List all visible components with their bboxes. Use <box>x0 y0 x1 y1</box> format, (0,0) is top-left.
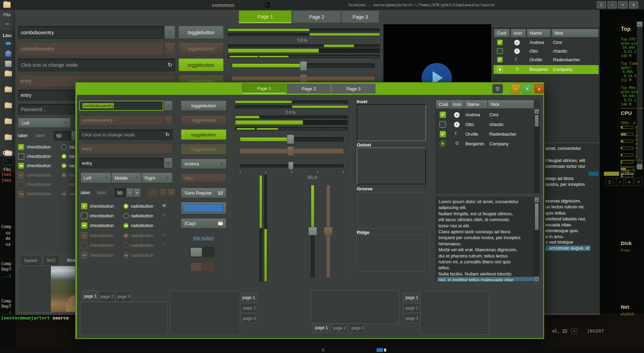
refresh-icon[interactable]: ↻ <box>168 62 172 68</box>
checkbutton-label[interactable]: checkbutton <box>90 223 114 228</box>
color-button[interactable] <box>181 202 226 214</box>
bg-togglebutton[interactable]: togglebutton <box>179 26 224 39</box>
notebook2-tab-page2[interactable]: page 2 <box>241 304 257 313</box>
textview-scrollbar-down[interactable]: ▼ <box>534 277 539 282</box>
folder-icon[interactable] <box>4 119 12 124</box>
notebook2-tab-page3[interactable]: page 3 <box>241 314 257 323</box>
spin-minus-button[interactable]: − <box>126 188 133 197</box>
panel-layout-button[interactable]: ⣿ <box>597 1 606 8</box>
tab-page2[interactable]: Page 2 <box>287 84 331 93</box>
tree-radio[interactable] <box>439 141 446 147</box>
textview-scrollbar-up[interactable]: ▲ <box>534 197 539 202</box>
close-button-2[interactable]: × <box>635 178 643 186</box>
bg-tree-cell[interactable]: Redenbacher <box>553 57 580 62</box>
textview[interactable]: Lorem ipsum dolor sit amet, consectetur … <box>436 197 539 282</box>
refresh-icon[interactable]: ↻ <box>165 132 170 138</box>
terminal-taskbar-icon[interactable]: ›_ <box>264 1 271 8</box>
terminal-prompt[interactable]: [nestor@manjartort source <box>1 315 76 321</box>
notebook1-tab-page2[interactable]: page 2 <box>99 291 115 302</box>
tree-check[interactable] <box>439 121 446 128</box>
tree-col-cool[interactable]: Cool <box>436 100 450 109</box>
bg-checkbutton-unchecked[interactable] <box>18 153 24 160</box>
checkbutton-label[interactable]: checkbutton <box>90 213 114 218</box>
taskbar-item-active[interactable] <box>377 348 383 352</box>
radiobutton-label[interactable]: radiobutton <box>131 213 153 218</box>
notebook3-tab-page1[interactable]: page 1 <box>312 323 330 333</box>
combo-middle[interactable]: Middle▼ <box>111 173 141 183</box>
spinbutton-value[interactable]: 50 <box>115 188 126 197</box>
combo-left[interactable]: Left▼ <box>81 173 111 183</box>
togglebutton[interactable]: togglebutton <box>181 101 226 111</box>
entry[interactable]: entry <box>79 158 163 168</box>
bg-tab-page3[interactable]: Page 3 <box>342 11 379 23</box>
bg-scale-handle[interactable] <box>300 61 307 71</box>
checkbutton-checked[interactable]: ✓ <box>81 203 88 209</box>
bg-tree-check[interactable] <box>497 48 503 54</box>
bg-tab-page2[interactable]: Page 2 <box>292 11 341 23</box>
bg-tree-cell[interactable]: Company <box>553 67 572 72</box>
bg-checkbutton-mixed[interactable] <box>18 163 24 169</box>
spin-plus-button[interactable]: + <box>134 188 140 197</box>
switch-handle[interactable] <box>190 247 202 257</box>
bg-combo-left[interactable]: Left▼ <box>18 118 71 128</box>
layout-grid-button[interactable]: ⣿ <box>606 178 614 186</box>
maximize-button-2[interactable]: + <box>625 178 633 186</box>
bg-radiobutton-selected[interactable] <box>61 154 67 159</box>
folder-icon[interactable] <box>4 87 12 92</box>
font-button[interactable]: Sans Regular12 <box>181 188 226 198</box>
entry-clear-button[interactable]: × <box>164 158 172 168</box>
tree-scrollbar-up[interactable]: ▲ <box>534 109 539 114</box>
back-button[interactable]: ← <box>3 19 12 27</box>
window-menu-button[interactable]: ☰ <box>492 84 503 93</box>
tree-cell-nick[interactable]: Company <box>489 141 509 146</box>
folder-icon[interactable] <box>4 103 12 108</box>
close-button[interactable]: x <box>534 84 544 93</box>
home-icon[interactable] <box>4 50 12 57</box>
bg-togglebutton-active[interactable]: togglebutton <box>179 58 224 71</box>
tree-cell-nick[interactable]: Redenbacher <box>489 132 516 137</box>
bg-radiobutton[interactable] <box>61 144 67 150</box>
switch-off[interactable] <box>190 247 215 257</box>
bg-comboboxentry[interactable]: comboboxentry <box>18 26 164 39</box>
bg-tree-cell[interactable]: chaotic <box>553 48 567 54</box>
tree-cell-name[interactable]: Benjamin <box>465 141 484 146</box>
computer-icon[interactable] <box>4 40 12 47</box>
panel-maximize-button[interactable]: + <box>618 1 627 8</box>
right-scrollbar-trough[interactable] <box>637 27 643 164</box>
notebook2-tab-page1[interactable]: page 1 <box>240 293 257 302</box>
folder-icon[interactable] <box>4 71 12 76</box>
bg-tree-check[interactable]: ✓ <box>497 57 503 63</box>
tree-cell-nick[interactable]: chaotic <box>489 122 504 127</box>
tree-col-nick[interactable]: Nick <box>488 100 534 109</box>
comboboxentry-dropdown[interactable]: ▼ <box>164 101 172 111</box>
panel-close-button[interactable]: X <box>629 1 638 8</box>
bg-tree-cell[interactable]: Orville <box>529 57 542 62</box>
mode-entry[interactable]: Click icon to change mode↻ <box>79 129 172 140</box>
bg-radiobutton-mixed[interactable] <box>61 163 67 169</box>
notebook1-tab-page3[interactable]: page 3 <box>116 291 132 302</box>
trash-icon[interactable] <box>5 61 12 67</box>
right-scrollbar-up[interactable]: ▲ <box>637 21 643 27</box>
bg-tree-col-name[interactable]: Name <box>527 29 551 37</box>
tab-page3[interactable]: Page 3 <box>332 84 375 93</box>
notebook1-tab-page1[interactable]: page 1 <box>82 290 98 302</box>
bg-checkbutton-label[interactable]: checkbutton <box>27 144 51 150</box>
tab-nyc[interactable]: NYC <box>43 255 60 266</box>
comboboxentry[interactable]: comboboxentry <box>79 101 163 111</box>
tree-col-name[interactable]: Name <box>464 100 488 109</box>
bg-tree-cell[interactable]: Cimi <box>553 40 562 45</box>
radiobutton[interactable] <box>123 213 129 219</box>
bg-tree-col-nick[interactable]: Nick <box>552 29 599 37</box>
scale-handle[interactable] <box>287 135 294 144</box>
combo-right[interactable]: Right▼ <box>142 173 172 183</box>
file-chooser-button[interactable]: (Cap) <box>181 218 226 228</box>
bg-checkbutton-checked[interactable]: ✓ <box>18 144 24 150</box>
minimize-button-2[interactable]: − <box>616 178 624 186</box>
tree-scrollbar-thumb[interactable] <box>535 115 539 127</box>
minimize-button[interactable]: − <box>511 84 520 93</box>
notebook4-tab-page1[interactable]: page 1 <box>403 293 421 302</box>
tree-cell-nick[interactable]: Cimi <box>489 112 498 117</box>
terminal-app-icon[interactable]: ›_ <box>3 158 13 165</box>
panel-minimize-button[interactable]: − <box>608 1 617 8</box>
taskbar-item[interactable] <box>384 349 386 352</box>
